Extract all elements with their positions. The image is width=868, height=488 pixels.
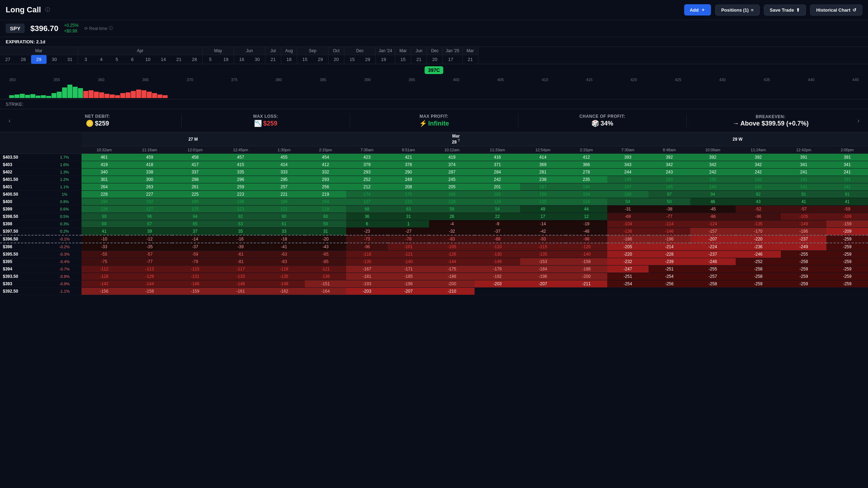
month-label: Dec [427,47,442,55]
day-cell[interactable]: 21 [463,55,478,64]
strike-cell[interactable]: $401.50 [0,176,48,183]
day-cell[interactable]: 16 [234,55,249,64]
day-cell[interactable]: 31 [62,55,78,64]
strike-cell[interactable]: $398.50 [0,213,48,220]
strike-cell[interactable]: $395 [0,258,48,266]
save-trade-button[interactable]: Save Trade ⬆ [764,5,806,16]
strike-cell[interactable]: $395.50 [0,251,48,258]
strike-cell[interactable]: $400 [0,198,48,206]
add-button[interactable]: Add ＋ [684,4,711,16]
options-table: 27 MMar28 T29 W10:32am11:16am12:01pm12:4… [0,132,868,295]
value-cell: 418 [127,161,173,169]
value-cell: -153 [520,258,566,266]
strike-cell[interactable]: $397.50 [0,228,48,236]
page-title: Long Call [6,5,41,14]
value-cell: 54 [607,198,649,206]
day-cell[interactable]: 5 [109,55,125,64]
prev-arrow[interactable]: ‹ [6,117,13,124]
day-cell[interactable]: 21 [265,55,281,64]
value-cell: -18 [263,235,305,243]
day-cell[interactable]: 15 [344,55,360,64]
day-cell[interactable]: 29 [313,55,328,64]
value-cell: 391 [781,154,826,161]
ticker[interactable]: SPY [6,24,25,33]
day-cell[interactable]: 29 [31,55,47,64]
net-debit-value: 🪙 $259 [13,120,181,127]
value-cell: -179 [475,266,520,273]
day-cell[interactable]: 15 [395,55,411,64]
strike-cell[interactable]: $400.50 [0,191,48,198]
volume-bar [141,90,146,98]
strike-cell[interactable]: $394 [0,266,48,273]
historical-chart-button[interactable]: Historical Chart ↺ [810,5,862,16]
day-cell[interactable]: 3 [78,55,94,64]
day-cell[interactable]: 4 [94,55,109,64]
day-cell[interactable]: 30 [47,55,62,64]
volume-bar [120,93,125,98]
day-cell[interactable]: 27 [0,55,16,64]
value-cell: 65 [172,220,218,228]
day-cell[interactable]: 30 [249,55,265,64]
strike-cell[interactable]: $396.50 [0,235,48,243]
bar-chart [6,83,862,98]
value-cell: -207 [388,288,429,295]
time-header: 8:51am [388,146,429,154]
day-cell[interactable]: 15 [297,55,313,64]
next-arrow[interactable]: › [855,117,862,124]
value-cell: -52 [736,206,781,213]
value-cell: 17 [520,213,566,220]
value-cell: 201 [475,183,520,191]
strike-cell[interactable]: $402 [0,169,48,176]
value-cell: -14 [172,235,218,243]
month-label: Apr [78,47,202,55]
volume-bar [152,93,157,98]
day-cell[interactable]: 29 [360,55,375,64]
day-cell[interactable]: 19 [218,55,234,64]
day-cell[interactable]: 28 [187,55,202,64]
value-cell: -259 [781,266,826,273]
day-cell[interactable]: 20 [328,55,344,64]
strike-cell[interactable]: $399 [0,206,48,213]
value-cell: -171 [388,266,429,273]
value-cell: -75 [82,258,127,266]
strike-cell[interactable]: $398 [0,220,48,228]
day-cell[interactable]: 19 [376,55,391,64]
day-cell[interactable]: 14 [156,55,171,64]
day-cell[interactable]: 20 [427,55,442,64]
value-cell: -184 [520,266,566,273]
month-label: Jan '24 [376,47,395,55]
day-cell[interactable]: 18 [281,55,297,64]
strike-cell[interactable]: $403 [0,161,48,169]
positions-button[interactable]: Positions (1) ≡ [715,5,760,16]
max-profit-value: ⚡ Infinite [350,120,518,127]
info-icon[interactable]: ⓘ [45,7,50,13]
strike-cell[interactable]: $403.50 [0,154,48,161]
value-cell: -129 [127,273,173,280]
day-cell[interactable]: 21 [411,55,427,64]
value-cell: 59 [305,220,346,228]
pct-cell: 0.5% [48,213,82,220]
value-cell: 261 [172,183,218,191]
value-cell: -220 [607,251,649,258]
month-group-Mar: Mar15 [395,47,411,64]
strike-cell[interactable]: $393.50 [0,273,48,280]
value-cell: -211 [566,280,607,288]
day-cell[interactable]: 10 [140,55,156,64]
value-cell: -96 [346,243,388,251]
strike-cell[interactable]: $392.50 [0,288,48,295]
strike-cell[interactable]: $401 [0,183,48,191]
value-cell: 455 [263,154,305,161]
value-cell: -104 [607,220,649,228]
day-cell[interactable]: 28 [16,55,31,64]
day-cell[interactable]: 5 [203,55,218,64]
strike-axis-label: 355 [54,78,60,82]
strike-cell[interactable]: $393 [0,280,48,288]
month-label: Sep [297,47,328,55]
day-cell[interactable]: 6 [125,55,140,64]
table-row: $4021.3%34033833733533333229329028728428… [0,169,868,176]
strike-cell[interactable]: $396 [0,243,48,251]
volume-bar [52,93,56,98]
day-cell[interactable]: 21 [171,55,187,64]
value-cell: -232 [607,258,649,266]
day-cell[interactable]: 17 [443,55,458,64]
